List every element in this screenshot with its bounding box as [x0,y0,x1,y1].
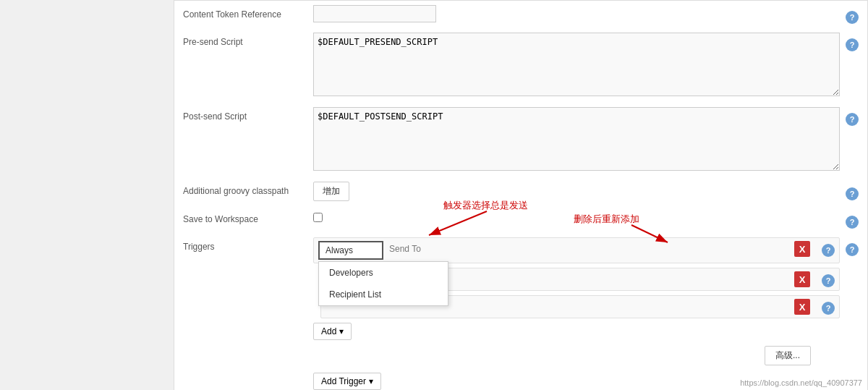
groovy-field: 增加 [313,182,840,201]
triggers-block: 触发器选择总是发送 删除后重新添加 [313,237,840,365]
content-token-help-icon[interactable]: ? [846,11,859,24]
workspace-row: Save to Workspace ? [174,205,867,233]
always-label: Always [326,245,353,255]
triggers-outer: Triggers 触发器选择总是发送 [174,233,867,368]
sendto-2-delete-button[interactable]: X [794,299,810,315]
postsend-help-wrapper: ? [840,107,859,126]
add-dropdown-button[interactable]: Add ▾ [313,323,352,340]
workspace-help-wrapper: ? [840,210,859,229]
workspace-field [313,210,840,222]
presend-help-icon[interactable]: ? [846,38,859,51]
content-token-label: Content Token Reference [183,5,313,20]
dropdown-item-developers[interactable]: Developers [319,262,448,284]
groovy-label: Additional groovy classpath [183,182,313,196]
sendto-1-help-icon[interactable]: ? [822,274,835,287]
always-dropdown: Developers Recipient List [318,261,448,306]
presend-label: Pre-send Script [183,33,313,47]
send-to-label: Send To [383,241,794,257]
add-trigger-field: Add Trigger ▾ [313,373,381,390]
workspace-checkbox-wrapper [313,210,840,222]
sendto-2-help-icon[interactable]: ? [822,302,835,315]
main-content: Content Token Reference ? Pre-send Scrip… [0,0,868,390]
content-token-help-wrapper: ? [840,5,859,24]
trigger-row-1: Always Developers Recipient List Send To [313,237,840,263]
postsend-label: Post-send Script [183,107,313,122]
add-trigger-label: Add Trigger [321,376,366,386]
trigger-row-1-inner: Always Developers Recipient List Send To [313,237,840,263]
trigger-1-help-icon[interactable]: ? [822,244,835,257]
groovy-help-icon[interactable]: ? [846,187,859,200]
workspace-checkbox[interactable] [313,213,323,222]
advanced-btn-row: 高级... [313,346,840,365]
watermark: https://blog.csdn.net/qq_40907377 [740,378,862,387]
postsend-textarea[interactable]: $DEFAULT_POSTSEND_SCRIPT [313,107,840,171]
trigger-row-1-actions: X ? [794,241,835,257]
add-dropdown-chevron: ▾ [339,326,344,336]
postsend-help-icon[interactable]: ? [846,113,859,126]
presend-row: Pre-send Script $DEFAULT_PRESEND_SCRIPT … [174,28,867,103]
add-dropdown-label: Add [321,326,336,336]
trigger-1-delete-button[interactable]: X [794,241,810,257]
dropdown-item-recipient-list[interactable]: Recipient List [319,284,448,305]
add-trigger-chevron: ▾ [369,376,373,386]
triggers-help-wrapper: ? [840,237,859,256]
sidebar [0,0,174,390]
presend-field: $DEFAULT_PRESEND_SCRIPT [313,33,840,98]
postsend-row: Post-send Script $DEFAULT_POSTSEND_SCRIP… [174,103,867,177]
advanced-button[interactable]: 高级... [765,346,811,365]
triggers-label: Triggers [183,237,313,252]
workspace-label: Save to Workspace [183,210,313,224]
content-token-field [313,5,840,22]
groovy-row: Additional groovy classpath 增加 ? [174,177,867,205]
page-wrapper: Content Token Reference ? Pre-send Scrip… [0,0,868,390]
groovy-help-wrapper: ? [840,182,859,200]
add-trigger-button[interactable]: Add Trigger ▾ [313,373,381,390]
content-token-row: Content Token Reference ? [174,1,867,28]
presend-textarea[interactable]: $DEFAULT_PRESEND_SCRIPT [313,33,840,96]
always-send-wrapper: Always Developers Recipient List [318,241,383,260]
triggers-help-icon[interactable]: ? [846,243,859,256]
workspace-help-icon[interactable]: ? [846,216,859,229]
content-area: Content Token Reference ? Pre-send Scrip… [174,0,868,390]
sendto-row-1-actions: X ? [794,271,835,287]
postsend-field: $DEFAULT_POSTSEND_SCRIPT [313,107,840,173]
always-select[interactable]: Always [318,241,383,260]
add-button[interactable]: 增加 [313,182,349,201]
add-btn-row: Add ▾ [313,323,840,340]
sendto-row-2-actions: X ? [794,299,835,315]
presend-help-wrapper: ? [840,33,859,51]
sendto-1-delete-button[interactable]: X [794,271,810,287]
